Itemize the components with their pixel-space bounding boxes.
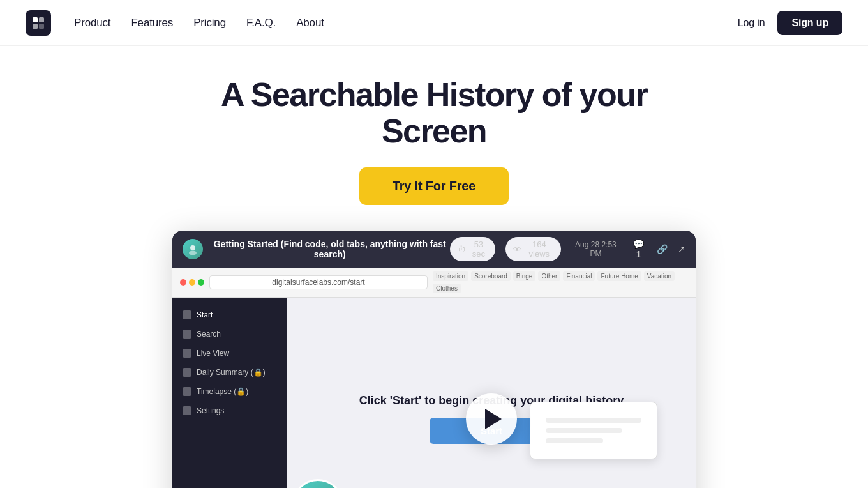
nav-link-pricing[interactable]: Pricing (193, 17, 226, 29)
sidebar-item-timelapse-label: Timelapse (🔒) (197, 387, 248, 396)
play-button[interactable] (466, 393, 517, 445)
browser-chrome: digitalsurfacelabs.com/start Inspiration… (172, 268, 696, 298)
link-icon[interactable]: 🔗 (657, 244, 668, 254)
video-title-row: Getting Started (Find code, old tabs, an… (183, 239, 450, 259)
search-icon (183, 330, 191, 339)
browser-url-bar[interactable]: digitalsurfacelabs.com/start (209, 275, 428, 289)
sidebar-item-search[interactable]: Search (172, 324, 287, 344)
video-main-content: Click 'Start' to begin creating your dig… (287, 298, 696, 488)
video-sidebar: Start Search Live View Daily Summary (🔒)… (172, 298, 287, 488)
video-meta-right: ⏱ 53 sec 👁 164 views Aug 28 2:53 PM 💬 1 … (450, 237, 685, 261)
maximize-window-button[interactable] (198, 279, 204, 286)
video-dialog (530, 402, 657, 459)
browser-bookmarks: Inspiration Scoreboard Binge Other Finan… (433, 271, 688, 293)
nav-link-about[interactable]: About (296, 17, 324, 29)
nav-right: Log in Sign up (738, 11, 842, 35)
video-body: Start Search Live View Daily Summary (🔒)… (172, 298, 696, 488)
dialog-row-1 (546, 418, 641, 423)
timelapse-icon (183, 387, 191, 396)
share-icon[interactable]: ↗ (678, 244, 685, 254)
video-duration: 53 sec (469, 240, 488, 259)
sidebar-item-daily-summary[interactable]: Daily Summary (🔒) (172, 363, 287, 382)
video-topbar: Getting Started (Find code, old tabs, an… (172, 231, 696, 268)
video-date: Aug 28 2:53 PM (571, 240, 620, 258)
login-button[interactable]: Log in (738, 17, 765, 29)
cta-button[interactable]: Try It For Free (359, 167, 509, 205)
logo-link[interactable] (26, 10, 51, 36)
sidebar-item-live-view[interactable]: Live View (172, 344, 287, 363)
logo-icon (26, 10, 51, 36)
nav-links: Product Features Pricing F.A.Q. About (74, 17, 324, 29)
svg-rect-0 (33, 17, 38, 22)
svg-point-4 (190, 245, 195, 250)
eye-icon: 👁 (513, 245, 521, 254)
dialog-row-2 (546, 428, 622, 433)
svg-rect-3 (39, 24, 44, 29)
nav-link-faq[interactable]: F.A.Q. (246, 17, 276, 29)
video-thumbnail: Getting Started (Find code, old tabs, an… (172, 231, 696, 488)
clock-icon: ⏱ (458, 245, 466, 254)
sidebar-item-daily-summary-label: Daily Summary (🔒) (197, 368, 266, 377)
comment-icon[interactable]: 💬 1 (631, 239, 647, 259)
daily-summary-icon (183, 368, 191, 377)
sidebar-item-search-label: Search (197, 330, 221, 339)
video-title-text: Getting Started (Find code, old tabs, an… (209, 239, 450, 259)
start-icon (183, 310, 191, 319)
video-stats: ⏱ 53 sec 👁 164 views (450, 237, 561, 261)
presenter-avatar (292, 479, 343, 488)
sidebar-footer: joenewbry+demoing@gmail.com Sign Out (172, 483, 287, 488)
hero-title: A Searchable History of your Screen (185, 77, 683, 149)
sidebar-item-settings[interactable]: Settings (172, 401, 287, 420)
nav-link-product[interactable]: Product (74, 17, 110, 29)
nav-left: Product Features Pricing F.A.Q. About (26, 10, 324, 36)
nav-link-features[interactable]: Features (131, 17, 173, 29)
browser-traffic-lights (180, 279, 204, 286)
minimize-window-button[interactable] (189, 279, 195, 286)
sidebar-item-live-view-label: Live View (197, 349, 229, 358)
video-duration-badge: ⏱ 53 sec (450, 237, 495, 261)
sidebar-item-start[interactable]: Start (172, 305, 287, 324)
signup-button[interactable]: Sign up (777, 11, 842, 35)
hero-section: A Searchable History of your Screen Try … (0, 46, 868, 488)
close-window-button[interactable] (180, 279, 186, 286)
live-view-icon (183, 349, 191, 358)
sidebar-item-settings-label: Settings (197, 406, 224, 415)
svg-rect-1 (39, 17, 44, 22)
video-uploader-avatar (183, 239, 203, 259)
svg-rect-2 (33, 24, 38, 29)
video-views: 164 views (525, 240, 553, 259)
settings-icon (183, 406, 191, 415)
svg-point-5 (189, 251, 197, 255)
video-views-badge: 👁 164 views (505, 237, 561, 261)
sidebar-item-timelapse[interactable]: Timelapse (🔒) (172, 382, 287, 401)
sidebar-item-start-label: Start (197, 310, 213, 319)
dialog-row-3 (546, 438, 603, 443)
navbar: Product Features Pricing F.A.Q. About Lo… (0, 0, 868, 46)
